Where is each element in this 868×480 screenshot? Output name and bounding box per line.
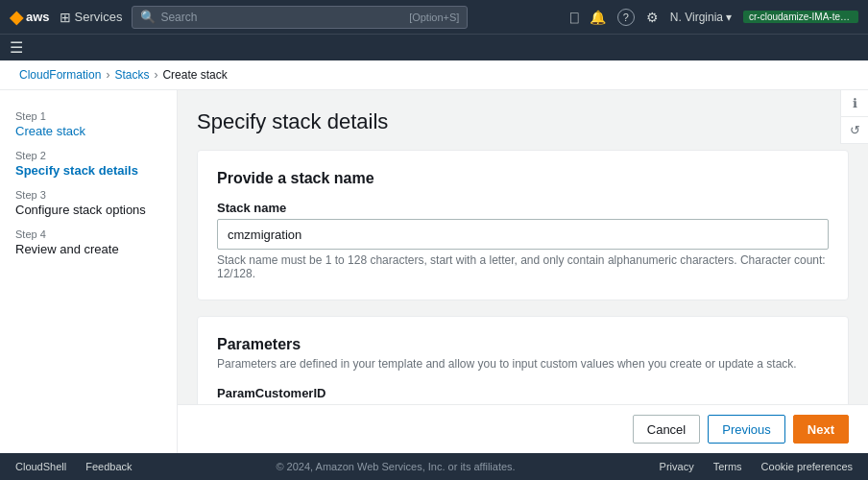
search-input[interactable] [160,11,390,24]
page-title: Specify stack details [197,109,849,134]
search-icon: 🔍 [140,10,156,24]
step-3-title: Configure stack options [15,203,161,217]
secondary-navigation: ☰ [0,34,868,60]
step-3: Step 3 Configure stack options [0,183,177,223]
feedback-link[interactable]: Feedback [85,461,132,472]
main-layout: Step 1 Create stack Step 2 Specify stack… [0,90,868,453]
stack-name-label: Stack name [217,201,829,215]
step-2: Step 2 Specify stack details [0,144,177,183]
copyright-text: © 2024, Amazon Web Services, Inc. or its… [152,461,640,472]
gear-icon[interactable]: ⚙ [646,10,659,25]
top-navigation: ◆ aws ⊞ Services 🔍 [Option+S] ⎕ 🔔 ? ⚙ N.… [0,0,868,34]
side-panel-icons: ℹ ↺ [840,90,868,144]
bottom-bar: CloudShell Feedback © 2024, Amazon Web S… [0,453,868,480]
refresh-icon-btn[interactable]: ↺ [841,117,868,144]
help-icon[interactable]: ? [617,9,635,26]
breadcrumb-sep-2: › [154,68,157,82]
next-button[interactable]: Next [793,415,849,444]
breadcrumb-sep-1: › [106,68,109,82]
breadcrumb-stacks[interactable]: Stacks [114,68,149,82]
terminal-icon[interactable]: ⎕ [570,10,578,25]
step-4: Step 4 Review and create [0,223,177,262]
previous-button[interactable]: Previous [708,415,785,444]
step-4-label: Step 4 [15,228,161,240]
cloudshell-link[interactable]: CloudShell [15,461,66,472]
info-icon-btn[interactable]: ℹ [841,90,868,117]
step-1-title[interactable]: Create stack [15,124,161,138]
breadcrumb-cloudformation[interactable]: CloudFormation [19,68,101,82]
step-1: Step 1 Create stack [0,105,177,144]
breadcrumb-current: Create stack [162,68,227,82]
hamburger-menu[interactable]: ☰ [10,38,23,57]
step-3-label: Step 3 [15,189,161,201]
param-customer-id-desc: Customer ID from Cloudamize, used as the… [217,402,829,404]
chevron-down-icon: ▾ [726,11,732,24]
parameters-description: Parameters are defined in your template … [217,357,829,371]
stack-name-card-title: Provide a stack name [217,170,829,187]
stack-name-input[interactable] [217,219,829,250]
terms-link[interactable]: Terms [713,461,742,472]
account-badge[interactable]: cr-cloudamize-IMA-test-migrat... [743,11,858,23]
cancel-button[interactable]: Cancel [633,415,700,444]
action-bar: Cancel Previous Next [178,404,868,453]
content-wrapper: ℹ ↺ Specify stack details Provide a stac… [178,90,868,453]
cookie-link[interactable]: Cookie preferences [761,461,853,472]
services-menu[interactable]: ⊞ Services [60,10,123,25]
parameters-card: Parameters Parameters are defined in you… [197,316,849,404]
stack-name-card: Provide a stack name Stack name Stack na… [197,150,849,300]
sidebar: Step 1 Create stack Step 2 Specify stack… [0,90,178,453]
privacy-link[interactable]: Privacy [660,461,694,472]
param-customer-id-label: ParamCustomerID [217,386,829,400]
search-bar[interactable]: 🔍 [Option+S] [132,6,468,29]
bell-icon[interactable]: 🔔 [590,10,606,25]
parameters-title: Parameters [217,336,829,353]
step-2-label: Step 2 [15,150,161,161]
step-1-label: Step 1 [15,110,161,122]
content-area: Specify stack details Provide a stack na… [178,90,868,404]
step-4-title: Review and create [15,242,161,256]
region-selector[interactable]: N. Virginia ▾ [670,11,732,24]
stack-name-hint: Stack name must be 1 to 128 characters, … [217,253,829,280]
aws-logo[interactable]: ◆ aws [10,7,50,28]
nav-right: ⎕ 🔔 ? ⚙ N. Virginia ▾ cr-cloudamize-IMA-… [570,9,858,26]
breadcrumb: CloudFormation › Stacks › Create stack [0,60,868,90]
step-2-title: Specify stack details [15,163,161,178]
